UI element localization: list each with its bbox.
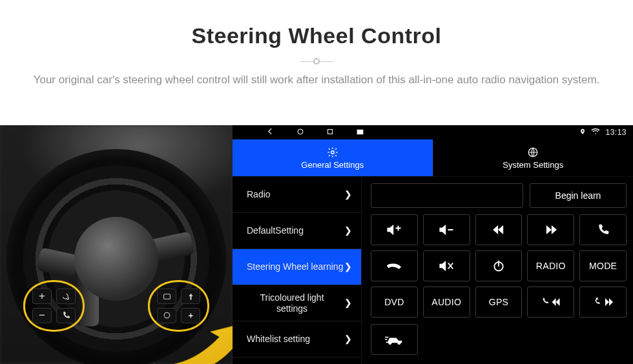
steering-wheel-learning-content: Begin learn xyxy=(362,177,633,364)
recents-icon[interactable] xyxy=(326,127,334,137)
wheel-btn-ok xyxy=(157,308,176,323)
wheel-btn-nav xyxy=(181,308,200,323)
chevron-right-icon: ❯ xyxy=(344,225,352,236)
swc-btn-mute[interactable] xyxy=(423,250,470,281)
wheel-btn-minus: − xyxy=(32,308,52,323)
button-label: Begin learn xyxy=(555,190,601,201)
wheel-btn-up xyxy=(181,288,200,304)
gear-icon xyxy=(327,147,338,158)
wheel-btn-plus: + xyxy=(32,288,52,304)
swc-btn-next-track[interactable] xyxy=(527,214,574,245)
settings-sidebar: Radio ❯ DefaultSetting ❯ Steering Wheel … xyxy=(233,177,362,364)
swc-btn-phone-prev[interactable] xyxy=(527,287,574,318)
swc-btn-phone-hangup[interactable] xyxy=(371,250,418,281)
steering-wheel-image: + − xyxy=(0,125,233,364)
swc-btn-phone-answer[interactable] xyxy=(579,214,627,245)
swc-btn-power[interactable] xyxy=(475,250,523,281)
sidebar-item-tricoloured-light[interactable]: Tricoloured light settings ❯ xyxy=(233,285,361,321)
page-subtitle: Your original car's steering wheel contr… xyxy=(0,72,633,88)
android-status-bar: 13:13 xyxy=(233,125,633,139)
swc-btn-car-side[interactable] xyxy=(371,324,418,355)
swc-btn-gps[interactable]: GPS xyxy=(475,287,523,318)
swc-btn-prev-track[interactable] xyxy=(475,214,523,245)
sidebar-item-steering-wheel-learning[interactable]: Steering Wheel learning ❯ xyxy=(233,249,361,285)
swc-btn-audio[interactable]: AUDIO xyxy=(423,287,470,318)
wheel-button-cluster-left: + − xyxy=(23,280,85,332)
svg-rect-4 xyxy=(357,130,364,135)
swc-btn-mode[interactable]: MODE xyxy=(579,250,627,281)
swc-btn-vol-down[interactable] xyxy=(423,214,470,245)
location-icon xyxy=(579,128,586,137)
button-label: GPS xyxy=(489,297,508,307)
learning-readout-box xyxy=(371,183,523,208)
card-icon[interactable] xyxy=(356,127,364,137)
wheel-btn-menu xyxy=(157,288,176,304)
hero-section: Steering Wheel Control Your original car… xyxy=(0,0,633,88)
wheel-btn-phone xyxy=(56,308,76,323)
title-underline xyxy=(300,60,333,63)
swc-btn-radio[interactable]: RADIO xyxy=(527,250,574,281)
sidebar-item-label: Whitelist setting xyxy=(247,334,310,344)
svg-point-5 xyxy=(331,150,335,154)
swc-btn-vol-up[interactable] xyxy=(371,214,418,245)
chevron-right-icon: ❯ xyxy=(344,298,352,308)
button-label: MODE xyxy=(589,261,617,271)
tab-label: General Settings xyxy=(301,160,364,170)
tab-general-settings[interactable]: General Settings xyxy=(233,139,433,176)
back-icon[interactable] xyxy=(266,127,275,137)
wheel-button-cluster-right xyxy=(148,280,209,332)
sidebar-item-default-setting[interactable]: DefaultSetting ❯ xyxy=(233,213,361,249)
tab-label: System Settings xyxy=(503,160,563,170)
sidebar-item-label: DefaultSetting xyxy=(247,225,304,236)
main-panel: + − xyxy=(0,125,633,364)
tab-system-settings[interactable]: System Settings xyxy=(433,139,634,176)
sidebar-item-radio[interactable]: Radio ❯ xyxy=(233,177,361,213)
page-title: Steering Wheel Control xyxy=(0,23,633,48)
swc-btn-dvd[interactable]: DVD xyxy=(371,287,418,318)
swc-btn-phone-next[interactable] xyxy=(579,287,627,318)
steering-wheel xyxy=(6,149,226,364)
wheel-btn-voice xyxy=(56,288,76,304)
head-unit-screen: 13:13 General Settings xyxy=(233,125,633,364)
wifi-icon xyxy=(591,128,600,137)
sidebar-item-label: Radio xyxy=(247,189,271,199)
svg-rect-3 xyxy=(328,130,333,134)
svg-rect-0 xyxy=(163,294,170,299)
clock-time: 13:13 xyxy=(605,128,627,137)
home-icon[interactable] xyxy=(296,127,304,137)
globe-icon xyxy=(527,147,539,158)
chevron-right-icon: ❯ xyxy=(344,261,352,272)
button-label: RADIO xyxy=(536,261,566,271)
chevron-right-icon: ❯ xyxy=(344,334,352,344)
chevron-right-icon: ❯ xyxy=(344,189,352,199)
sidebar-item-label: Steering Wheel learning xyxy=(247,261,343,272)
sidebar-item-whitelist[interactable]: Whitelist setting ❯ xyxy=(233,321,361,358)
sidebar-item-label: Tricoloured light settings xyxy=(247,292,337,313)
svg-point-2 xyxy=(298,129,303,134)
svg-point-1 xyxy=(164,312,170,318)
button-label: AUDIO xyxy=(431,297,461,307)
button-label: DVD xyxy=(384,297,404,307)
begin-learn-button[interactable]: Begin learn xyxy=(530,183,627,208)
settings-tabs: General Settings System Settings xyxy=(233,139,633,177)
